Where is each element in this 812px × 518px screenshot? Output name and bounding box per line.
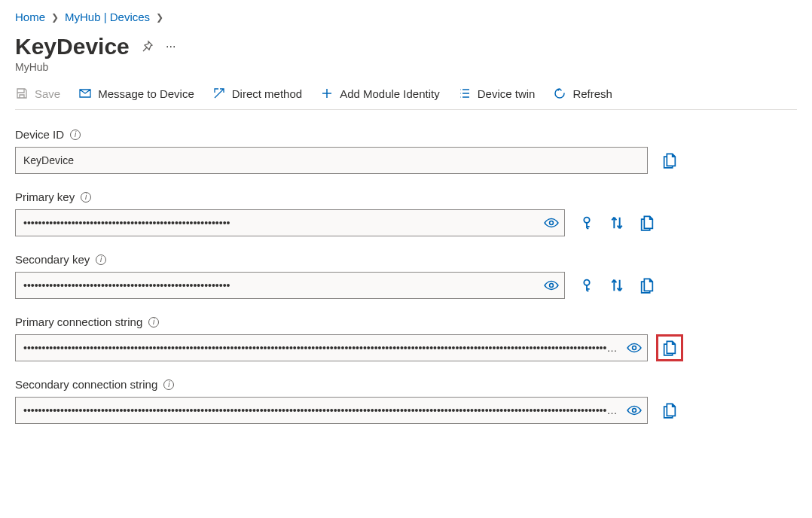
primary-connection-string-input[interactable] — [15, 334, 648, 361]
device-id-input[interactable] — [15, 147, 648, 174]
eye-icon[interactable] — [544, 278, 559, 293]
eye-icon[interactable] — [627, 340, 642, 355]
secondary-connection-string-input[interactable] — [15, 397, 648, 424]
eye-icon[interactable] — [627, 403, 642, 418]
primary-key-input[interactable] — [15, 209, 565, 236]
secondary-key-input[interactable] — [15, 272, 565, 299]
eye-icon[interactable] — [544, 215, 559, 230]
